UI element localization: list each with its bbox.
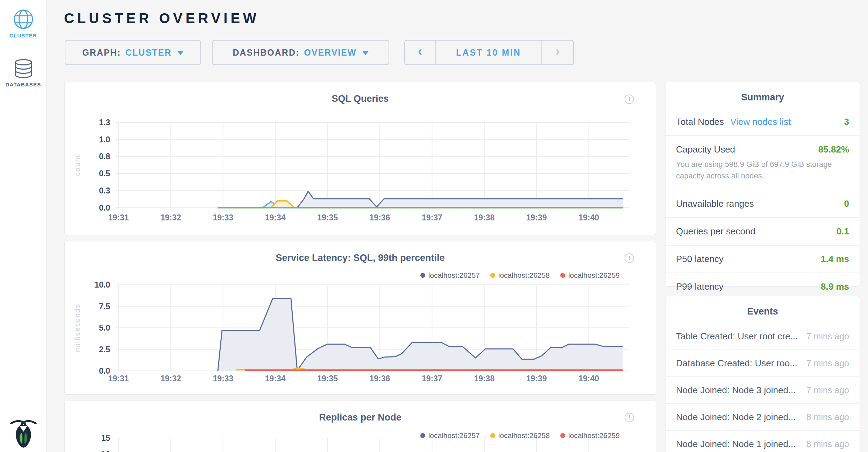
summary-row-value: 3: [844, 116, 849, 127]
page-title: CLUSTER OVERVIEW: [64, 10, 259, 26]
chevron-down-icon: [177, 51, 184, 55]
event-row[interactable]: Database Created: User roo...7 mins ago: [666, 350, 860, 377]
databases-icon: [14, 59, 33, 78]
svg-text:19:39: 19:39: [526, 374, 547, 383]
summary-title: Summary: [666, 82, 860, 103]
summary-row-value: 0.1: [837, 226, 849, 237]
summary-panel: Summary Total NodesView nodes list3Capac…: [666, 82, 860, 286]
svg-text:2.5: 2.5: [99, 345, 110, 354]
graph-dropdown-label: GRAPH:: [82, 48, 121, 58]
summary-row-label: P99 latency: [676, 281, 724, 292]
summary-row: Unavailable ranges0: [666, 190, 860, 218]
event-text: Node Joined: Node 2 joined...: [676, 412, 796, 423]
svg-text:milliseconds: milliseconds: [73, 304, 81, 352]
summary-row-label: Queries per second: [676, 226, 755, 237]
svg-text:0.0: 0.0: [99, 203, 110, 212]
svg-text:19:38: 19:38: [474, 213, 495, 222]
svg-text:5.0: 5.0: [99, 323, 110, 332]
svg-text:0.8: 0.8: [99, 152, 110, 161]
summary-row: Queries per second0.1: [666, 218, 860, 246]
time-range-label[interactable]: LAST 10 MIN: [435, 41, 542, 64]
event-time: 7 mins ago: [806, 331, 849, 341]
svg-text:19:34: 19:34: [265, 374, 286, 383]
svg-text:19:33: 19:33: [213, 374, 233, 383]
svg-text:7.5: 7.5: [99, 302, 110, 311]
summary-row-label: P50 latency: [676, 254, 724, 264]
capacity-note: You are using 598.9 GiB of 697.9 GiB sto…: [676, 158, 840, 182]
svg-text:19:35: 19:35: [317, 213, 338, 222]
svg-text:0.3: 0.3: [99, 186, 110, 195]
svg-text:1.0: 1.0: [99, 135, 110, 144]
events-title: Events: [666, 296, 860, 317]
graph-dropdown[interactable]: GRAPH: CLUSTER: [65, 40, 201, 65]
time-range-selector: ‹ LAST 10 MIN ›: [404, 40, 574, 65]
globe-icon: [13, 9, 34, 29]
sidebar-item-databases[interactable]: DATABASES: [0, 59, 47, 87]
chart-card-sql-queries: SQL Queries ! 0.00.30.50.81.01.319:3119:…: [65, 82, 656, 235]
view-nodes-link[interactable]: View nodes list: [730, 116, 791, 127]
dashboard-dropdown[interactable]: DASHBOARD: OVERVIEW: [212, 40, 389, 65]
event-time: 8 mins ago: [806, 439, 849, 449]
svg-text:19:40: 19:40: [578, 213, 599, 222]
event-row[interactable]: Node Joined: Node 3 joined...7 mins ago: [666, 377, 860, 404]
svg-text:19:32: 19:32: [161, 374, 181, 383]
service-latency-plot[interactable]: 0.02.55.07.510.019:3119:3219:3319:3419:3…: [65, 241, 656, 394]
svg-text:19:32: 19:32: [161, 213, 181, 222]
summary-row-value: 8.9 ms: [821, 281, 849, 292]
sidebar: CLUSTER DATABASES: [0, 0, 47, 452]
svg-text:19:33: 19:33: [213, 213, 233, 222]
event-row[interactable]: Table Created: User root cre...7 mins ag…: [666, 323, 860, 350]
event-time: 7 mins ago: [806, 385, 849, 395]
svg-text:10: 10: [101, 450, 110, 452]
time-next-button[interactable]: ›: [542, 41, 573, 64]
graph-dropdown-value: CLUSTER: [126, 48, 172, 58]
svg-text:19:37: 19:37: [422, 374, 442, 383]
chevron-down-icon: [362, 51, 369, 55]
sidebar-item-label: DATABASES: [0, 82, 47, 87]
chart-card-service-latency: Service Latency: SQL, 99th percentile ! …: [65, 241, 656, 394]
svg-text:19:34: 19:34: [265, 213, 286, 222]
summary-row-value: 0: [844, 198, 849, 209]
event-text: Table Created: User root cre...: [676, 331, 798, 342]
svg-text:19:36: 19:36: [370, 374, 390, 383]
events-panel: Events Table Created: User root cre...7 …: [666, 296, 860, 452]
svg-text:10.0: 10.0: [94, 280, 110, 289]
summary-row-value: 85.82%: [818, 144, 849, 155]
event-text: Database Created: User roo...: [676, 358, 797, 369]
sql-queries-plot[interactable]: 0.00.30.50.81.01.319:3119:3219:3319:3419…: [65, 82, 656, 235]
svg-text:19:40: 19:40: [578, 374, 599, 383]
chart-card-replicas-per-node: Replicas per Node ! localhost:26257local…: [65, 401, 656, 452]
summary-row-label: Total Nodes: [676, 116, 724, 127]
svg-text:0.5: 0.5: [99, 169, 110, 178]
sidebar-item-label: CLUSTER: [0, 33, 47, 38]
svg-text:19:37: 19:37: [422, 213, 442, 222]
summary-row: P50 latency1.4 ms: [666, 246, 860, 273]
summary-row-value: 1.4 ms: [821, 254, 849, 264]
svg-text:19:31: 19:31: [108, 213, 129, 222]
event-row[interactable]: Node Joined: Node 1 joined...8 mins ago: [666, 431, 860, 452]
summary-row-label: Unavailable ranges: [676, 198, 754, 209]
event-text: Node Joined: Node 3 joined...: [676, 385, 796, 396]
event-time: 7 mins ago: [806, 358, 849, 368]
event-row[interactable]: Node Joined: Node 2 joined...8 mins ago: [666, 404, 860, 431]
replicas-per-node-plot[interactable]: 05101519:3119:3219:3319:3419:3519:3619:3…: [65, 401, 656, 452]
cockroach-icon: [10, 419, 37, 449]
summary-row-label: Capacity Used: [676, 144, 735, 155]
dashboard-dropdown-label: DASHBOARD:: [233, 48, 299, 58]
cockroach-logo[interactable]: [0, 419, 47, 449]
time-prev-button[interactable]: ‹: [405, 41, 435, 64]
dashboard-dropdown-value: OVERVIEW: [304, 48, 356, 58]
summary-row: Total NodesView nodes list3: [666, 108, 860, 136]
summary-row: Capacity Used85.82%You are using 598.9 G…: [666, 136, 860, 190]
svg-text:19:38: 19:38: [474, 374, 495, 383]
sidebar-item-cluster[interactable]: CLUSTER: [0, 9, 47, 38]
svg-text:count: count: [73, 154, 81, 176]
svg-text:19:31: 19:31: [108, 374, 129, 383]
svg-text:15: 15: [101, 433, 110, 443]
svg-text:19:39: 19:39: [526, 213, 547, 222]
event-time: 8 mins ago: [806, 412, 849, 422]
svg-text:19:36: 19:36: [370, 213, 390, 222]
svg-text:19:35: 19:35: [317, 374, 338, 383]
svg-text:1.3: 1.3: [99, 118, 110, 127]
event-text: Node Joined: Node 1 joined...: [676, 439, 796, 450]
